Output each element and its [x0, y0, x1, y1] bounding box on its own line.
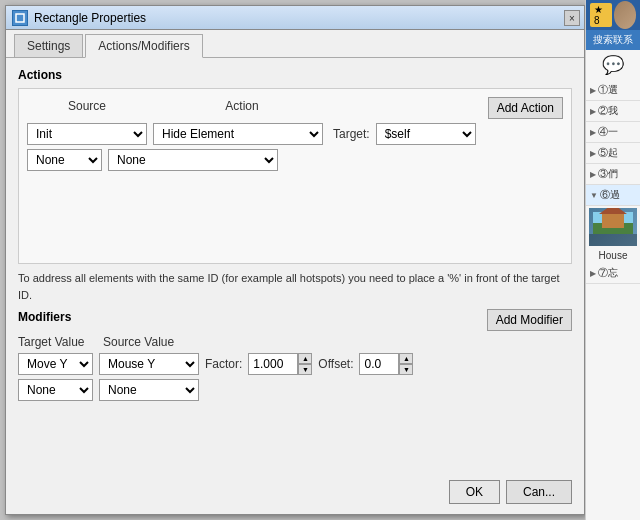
- cancel-button[interactable]: Can...: [506, 480, 572, 504]
- svg-rect-0: [16, 14, 24, 22]
- source-dropdown-1[interactable]: Init None Mouse X Mouse Y: [27, 123, 147, 145]
- offset-input-group: ▲ ▼: [359, 353, 413, 375]
- action-row-1: Init None Mouse X Mouse Y Hide Element S…: [27, 123, 563, 145]
- offset-spinner-1: ▲ ▼: [399, 353, 413, 375]
- title-bar: Rectangle Properties ×: [6, 6, 584, 30]
- modifier-source-dropdown-1[interactable]: Mouse Y Mouse X None: [99, 353, 199, 375]
- sidebar-top: ★ 8: [586, 0, 640, 30]
- sidebar-item-label-5: ③們: [598, 167, 618, 181]
- factor-input-group: ▲ ▼: [248, 353, 312, 375]
- factor-label-1: Factor:: [205, 357, 242, 371]
- sidebar-item-6[interactable]: ▼ ⑥過: [586, 185, 640, 206]
- chevron-icon-1: ▶: [590, 86, 596, 95]
- action-dropdown-1[interactable]: Hide Element Show Element Move None: [153, 123, 323, 145]
- action-dropdown-2[interactable]: None Hide Element Show Element Move: [108, 149, 278, 171]
- tab-bar: Settings Actions/Modifiers: [6, 30, 584, 58]
- sidebar-item-label-1: ①選: [598, 83, 618, 97]
- avatar-image: [614, 1, 636, 29]
- title-bar-icon: [12, 10, 28, 26]
- sidebar-item-3[interactable]: ▶ ④一: [586, 122, 640, 143]
- sidebar-item-label-4: ⑤起: [598, 146, 618, 160]
- sidebar-item-5[interactable]: ▶ ③們: [586, 164, 640, 185]
- sidebar-item-label-3: ④一: [598, 125, 618, 139]
- offset-spin-up-1[interactable]: ▲: [399, 353, 413, 364]
- avatar: [614, 1, 636, 29]
- chevron-icon-5: ▶: [590, 170, 596, 179]
- tab-actions-modifiers[interactable]: Actions/Modifiers: [85, 34, 202, 58]
- sidebar-item-label-7: ⑦忘: [598, 266, 618, 280]
- thumbnail-house-body: [602, 214, 624, 228]
- modifiers-section: Modifiers Add Modifier Target Value Sour…: [18, 309, 572, 401]
- modifiers-header: Modifiers: [18, 310, 71, 324]
- chat-icon[interactable]: 💬: [586, 50, 640, 80]
- modifier-row-2: None Move Y Move X None Mouse Y Mouse X: [18, 379, 572, 401]
- target-label-1: Target:: [333, 127, 370, 141]
- sidebar-item-2[interactable]: ▶ ②我: [586, 101, 640, 122]
- factor-spin-down-1[interactable]: ▼: [298, 364, 312, 375]
- add-action-button[interactable]: Add Action: [488, 97, 563, 119]
- close-button[interactable]: ×: [564, 10, 580, 26]
- chevron-icon-6: ▼: [590, 191, 598, 200]
- title-bar-title: Rectangle Properties: [34, 11, 578, 25]
- actions-panel: Source Action Add Action Init None Mouse…: [18, 88, 572, 264]
- sidebar-thumbnail[interactable]: [589, 208, 637, 246]
- source-column-header: Source: [27, 99, 147, 113]
- sidebar-item-label-2: ②我: [598, 104, 618, 118]
- sidebar-item-7[interactable]: ▶ ⑦忘: [586, 263, 640, 284]
- modifier-source-dropdown-2[interactable]: None Mouse Y Mouse X: [99, 379, 199, 401]
- thumbnail-label: House: [586, 248, 640, 263]
- sidebar: ★ 8 搜索联系 💬 ▶ ①選 ▶ ②我 ▶ ④一 ▶ ⑤起 ▶ ③們 ▼ ⑥過: [585, 0, 640, 520]
- star-badge: ★ 8: [590, 3, 612, 27]
- chevron-icon-3: ▶: [590, 128, 596, 137]
- offset-input-1[interactable]: [359, 353, 399, 375]
- chevron-icon-4: ▶: [590, 149, 596, 158]
- dialog-content: Actions Source Action Add Action Init No…: [6, 58, 584, 415]
- offset-label-1: Offset:: [318, 357, 353, 371]
- modifier-row-1: Move Y Move X None Mouse Y Mouse X None …: [18, 353, 572, 375]
- modifier-column-headers: Target Value Source Value: [18, 335, 572, 349]
- offset-spin-down-1[interactable]: ▼: [399, 364, 413, 375]
- action-column-header: Action: [157, 99, 327, 113]
- sidebar-item-label-6: ⑥過: [600, 188, 620, 202]
- modifier-target-dropdown-1[interactable]: Move Y Move X None: [18, 353, 93, 375]
- actions-empty-space: [27, 175, 563, 255]
- sidebar-item-1[interactable]: ▶ ①選: [586, 80, 640, 101]
- source-dropdown-2[interactable]: None Init Mouse X Mouse Y: [27, 149, 102, 171]
- actions-header: Actions: [18, 68, 572, 82]
- target-value-header: Target Value: [18, 335, 93, 349]
- add-modifier-button[interactable]: Add Modifier: [487, 309, 572, 331]
- dialog-footer: OK Can...: [449, 480, 572, 504]
- chevron-icon-7: ▶: [590, 269, 596, 278]
- tab-settings[interactable]: Settings: [14, 34, 83, 57]
- dialog-window: Rectangle Properties × Settings Actions/…: [5, 5, 585, 515]
- modifier-target-dropdown-2[interactable]: None Move Y Move X: [18, 379, 93, 401]
- thumbnail-overlay: [589, 234, 637, 246]
- sidebar-search-label[interactable]: 搜索联系: [586, 30, 640, 50]
- factor-spin-up-1[interactable]: ▲: [298, 353, 312, 364]
- chevron-icon-2: ▶: [590, 107, 596, 116]
- sidebar-item-4[interactable]: ▶ ⑤起: [586, 143, 640, 164]
- factor-spinner-1: ▲ ▼: [298, 353, 312, 375]
- action-row-2: None Init Mouse X Mouse Y None Hide Elem…: [27, 149, 563, 171]
- actions-info-text: To address all elements with the same ID…: [18, 270, 572, 303]
- thumbnail-house-roof: [599, 208, 627, 214]
- factor-input-1[interactable]: [248, 353, 298, 375]
- ok-button[interactable]: OK: [449, 480, 500, 504]
- thumbnail-scene: [593, 212, 633, 234]
- source-value-header: Source Value: [103, 335, 174, 349]
- target-dropdown-1[interactable]: $self $parent Other: [376, 123, 476, 145]
